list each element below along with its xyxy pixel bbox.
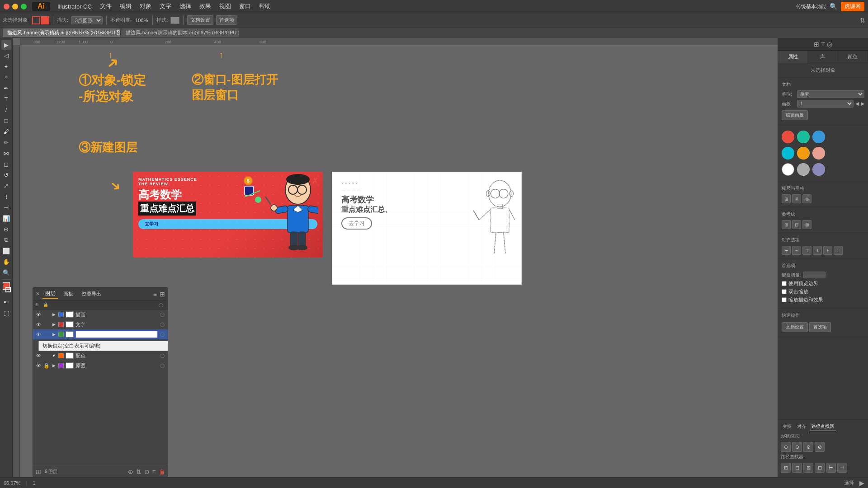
pf-merge-btn[interactable]: ⊠ xyxy=(803,463,813,473)
tool-color-mode[interactable]: ■□ xyxy=(1,297,11,307)
shape-minus-btn[interactable]: ⊖ xyxy=(792,442,802,452)
pf-tab-align[interactable]: 对齐 xyxy=(795,422,808,431)
snap-btn[interactable]: ⊕ xyxy=(802,194,811,203)
swatch-peach[interactable] xyxy=(812,147,825,160)
swatch-gray[interactable] xyxy=(797,163,810,176)
menu-edit[interactable]: 编辑 xyxy=(116,1,135,11)
panel-tab-color[interactable]: 颜色 xyxy=(838,51,868,63)
pf-crop-btn[interactable]: ⊡ xyxy=(815,463,825,473)
artboard-right-btn[interactable]: ▶ xyxy=(861,101,864,107)
pf-minus-back-btn[interactable]: ⊣ xyxy=(837,463,847,473)
tool-rotate[interactable]: ↺ xyxy=(1,170,11,180)
layer-draw-name[interactable]: 描画 xyxy=(75,311,158,318)
tool-pencil[interactable]: ✏ xyxy=(1,137,11,147)
style-box[interactable] xyxy=(170,17,179,24)
panel-tab-properties[interactable]: 属性 xyxy=(778,51,808,63)
template-btn[interactable]: ⊙ xyxy=(144,468,150,475)
swatch-red[interactable] xyxy=(782,131,794,143)
tool-select[interactable]: ▶ xyxy=(1,40,11,50)
layer-text-name[interactable]: 文字 xyxy=(75,321,158,328)
snap-btn-5[interactable]: ⊦ xyxy=(823,246,832,255)
layers-tab-artboards[interactable]: 画板 xyxy=(61,290,76,298)
swatch-lavender[interactable] xyxy=(812,163,825,176)
preferences-btn[interactable]: 首选项 xyxy=(216,15,237,25)
menu-object[interactable]: 对象 xyxy=(136,1,155,11)
ruler-btn[interactable]: ⊞ xyxy=(782,194,791,203)
arrange-icon[interactable]: ⇅ xyxy=(860,17,865,24)
doc-settings-btn[interactable]: 文档设置 xyxy=(187,15,213,25)
artboard-left-btn[interactable]: ◀ xyxy=(855,101,859,107)
stroke-type-select[interactable]: 3点圆形 xyxy=(71,16,103,24)
double-click-checkbox[interactable] xyxy=(782,289,787,294)
tool-graph[interactable]: 📊 xyxy=(1,213,11,223)
tool-width[interactable]: ⊣ xyxy=(1,202,11,212)
layer-edit-eye[interactable]: 👁 xyxy=(35,332,42,337)
menu-view[interactable]: 视图 xyxy=(216,1,235,11)
grid-btn[interactable]: # xyxy=(792,194,801,203)
pf-divide-btn[interactable]: ⊞ xyxy=(781,463,791,473)
layers-panel-expand[interactable]: ⊞ xyxy=(160,291,165,298)
layer-draw-expand[interactable]: ▶ xyxy=(51,312,57,317)
swatch-orange[interactable] xyxy=(797,147,810,160)
tool-zoom[interactable]: 🔍 xyxy=(1,267,11,277)
swatch-teal[interactable] xyxy=(797,131,810,143)
menu-help[interactable]: 帮助 xyxy=(255,1,274,11)
tool-lasso[interactable]: ⌖ xyxy=(1,72,11,82)
swatch-cyan[interactable] xyxy=(782,147,794,160)
menu-file[interactable]: 文件 xyxy=(96,1,115,11)
panel-icon-3[interactable]: ◎ xyxy=(827,41,832,48)
play-btn[interactable]: ▶ xyxy=(859,479,864,487)
guide-btn-2[interactable]: ⊟ xyxy=(792,220,801,229)
anti-alias-checkbox[interactable] xyxy=(782,297,787,302)
panel-icon-1[interactable]: ⊞ xyxy=(814,41,819,48)
fill-color-box[interactable] xyxy=(41,16,49,24)
snap-btn-2[interactable]: ⊣ xyxy=(792,246,801,255)
layer-row-draw[interactable]: 👁 ▶ 描画 ◯ xyxy=(33,310,168,319)
swatch-white[interactable] xyxy=(782,163,794,176)
layer-text-eye[interactable]: 👁 xyxy=(35,322,42,327)
tool-scale[interactable]: ⤢ xyxy=(1,181,11,191)
move-layer-btn[interactable]: ⇅ xyxy=(136,468,142,475)
tool-blend[interactable]: ⋈ xyxy=(1,148,11,158)
tab-0[interactable]: 描边风-banner演示精稿.ai @ 66.67% (RGB/GPU 预览) … xyxy=(3,28,120,37)
menu-window[interactable]: 窗口 xyxy=(236,1,255,11)
tool-screen-mode[interactable]: ⬚ xyxy=(1,308,11,318)
search-icon[interactable]: 🔍 xyxy=(830,3,837,10)
shape-unite-btn[interactable]: ⊕ xyxy=(781,442,791,452)
layer-orig-name[interactable]: 原图 xyxy=(75,362,158,369)
layer-palette-eye[interactable]: 👁 xyxy=(35,353,42,358)
artboard-select[interactable]: 1 xyxy=(797,100,854,108)
zoom-level[interactable]: 66.67% xyxy=(4,480,20,486)
layer-orig-expand[interactable]: ▶ xyxy=(51,363,57,368)
stroke-indicator[interactable] xyxy=(5,287,11,292)
layers-panel-close[interactable]: ✕ xyxy=(36,291,40,297)
tool-paintbrush[interactable]: 🖌 xyxy=(1,127,11,136)
snap-btn-1[interactable]: ⊢ xyxy=(782,246,791,255)
tool-slice[interactable]: ⧉ xyxy=(1,235,11,245)
maximize-btn[interactable] xyxy=(21,4,27,9)
layer-palette-expand[interactable]: ▼ xyxy=(51,353,57,358)
edit-artboard-btn[interactable]: 编辑画板 xyxy=(782,110,808,120)
shape-exclude-btn[interactable]: ⊘ xyxy=(815,442,825,452)
layer-palette-name[interactable]: 配色 xyxy=(75,352,158,359)
create-sublayer-btn[interactable]: ⊕ xyxy=(128,468,133,475)
close-btn[interactable] xyxy=(4,4,9,9)
tool-magic-wand[interactable]: ✦ xyxy=(1,61,11,71)
tool-pen[interactable]: ✒ xyxy=(1,83,11,93)
tool-direct-select[interactable]: ◁ xyxy=(1,51,11,61)
tool-hand[interactable]: ✋ xyxy=(1,257,11,267)
tool-eraser[interactable]: ◻ xyxy=(1,159,11,169)
menu-app[interactable]: Illustrator CC xyxy=(54,2,95,11)
tool-rect[interactable]: □ xyxy=(1,116,11,126)
layer-orig-lock[interactable]: 🔒 xyxy=(43,363,50,369)
pf-trim-btn[interactable]: ⊟ xyxy=(792,463,802,473)
minimize-btn[interactable] xyxy=(12,4,18,9)
pf-tab-transform[interactable]: 变换 xyxy=(781,422,793,431)
tool-symbol[interactable]: ⊕ xyxy=(1,224,11,234)
pf-tab-pathfinder[interactable]: 路径查找器 xyxy=(810,422,836,431)
use-preview-checkbox[interactable] xyxy=(782,281,787,286)
tab-1[interactable]: 描边风-banner演示稿的副本.ai @ 67% (RGB/GPU 推览) ✕ xyxy=(121,28,239,37)
snap-btn-6[interactable]: ⊧ xyxy=(834,246,843,255)
snap-btn-3[interactable]: ⊤ xyxy=(802,246,811,255)
guide-btn-3[interactable]: ⊠ xyxy=(802,220,811,229)
